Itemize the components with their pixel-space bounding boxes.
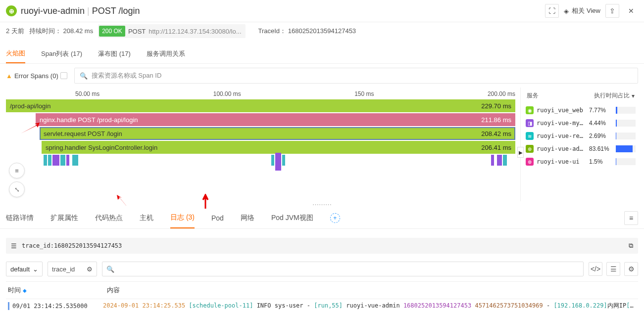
flame-block[interactable]: [48, 155, 51, 166]
tab-waterfall[interactable]: 瀑布图 (17): [98, 44, 131, 63]
btab-ext-attrs[interactable]: 扩展属性: [50, 207, 78, 228]
traceid-label: TraceId：: [258, 27, 287, 35]
log-filter-row: default ⌄ trace_id ⚙ 🔍 </> ☰ ⚙: [0, 260, 644, 281]
flame-block[interactable]: [44, 155, 47, 166]
col-content[interactable]: 内容: [107, 286, 636, 295]
tab-span-list[interactable]: Span列表 (17): [41, 44, 82, 63]
chevron-down-icon[interactable]: ▾: [632, 92, 635, 99]
app-icon: ⊕: [6, 5, 17, 16]
service-pct: 7.77%: [589, 107, 613, 114]
btab-network[interactable]: 网络: [241, 207, 254, 228]
trace-query-bar: ☰ trace_id:1680252013594127453 ⧉: [6, 238, 638, 254]
span-blocks: [44, 155, 510, 168]
menu-toggle-button[interactable]: ≡: [9, 163, 25, 178]
log-content-cell: 2024-09-01 23:14:25.535 [schedule-pool-1…: [103, 302, 636, 310]
filter-chip[interactable]: trace_id ⚙: [48, 262, 97, 276]
log-time: 09/01 23:14:25.535000: [12, 303, 88, 310]
collapse-button[interactable]: ⤡: [9, 181, 25, 197]
flame-block[interactable]: [60, 155, 65, 166]
btab-trace-detail[interactable]: 链路详情: [6, 207, 34, 228]
error-spans-checkbox[interactable]: [60, 72, 67, 79]
service-row[interactable]: ◉ ruoyi_vue_web 7.77%: [525, 104, 637, 117]
search-input[interactable]: 🔍 搜索资源名称或 Span ID: [74, 68, 638, 84]
code-view-icon[interactable]: </>: [589, 262, 602, 276]
duration-label: 持续时间：: [29, 27, 61, 35]
col-time[interactable]: 时间 ◆: [8, 286, 107, 295]
duration-area: 持续时间： 208.42 ms: [29, 27, 93, 36]
service-row[interactable]: ⊕ ruoyi-vue-ui 1.5%: [525, 155, 637, 168]
service-pct: 4.44%: [589, 120, 613, 127]
service-row[interactable]: ⊕ ruoyi-vue-ad... 83.61%: [525, 142, 637, 155]
tab-service-relation[interactable]: 服务调用关系: [147, 44, 185, 63]
fullscreen-icon[interactable]: ⛶: [545, 4, 559, 18]
chevron-down-icon: ⌄: [33, 266, 38, 273]
service-icon: ◨: [526, 119, 534, 127]
search-placeholder: 搜索资源名称或 Span ID: [92, 71, 162, 80]
log-row[interactable]: 09/01 23:14:25.535000 2024-09-01 23:14:2…: [6, 299, 638, 311]
row-marker: [8, 302, 9, 310]
time-axis: 50.00 ms 100.00 ms 150 ms 200.00 ms: [6, 88, 515, 99]
flame-block[interactable]: [503, 155, 507, 166]
log-ad: [admin...: [626, 302, 636, 309]
tab-flame[interactable]: 火焰图: [6, 44, 25, 63]
service-pct: 83.61%: [589, 145, 613, 152]
status-badge: 200 OK: [99, 26, 125, 37]
service-pct: 1.5%: [589, 158, 613, 165]
error-spans-toggle[interactable]: ▲ Error Spans (0): [6, 72, 67, 80]
flame-block[interactable]: [491, 155, 494, 166]
btab-jvm[interactable]: Pod JVM视图: [271, 207, 313, 228]
flame-block[interactable]: [66, 155, 69, 166]
log-sid: 4571462573751034969: [475, 302, 543, 309]
flame-block[interactable]: [497, 155, 502, 166]
service-row[interactable]: ≋ ruoyi-vue-re... 2.69%: [525, 130, 637, 142]
btab-pod[interactable]: Pod: [211, 207, 224, 228]
flame-block[interactable]: [72, 155, 78, 166]
btab-logs[interactable]: 日志 (3): [170, 207, 195, 228]
default-select[interactable]: default ⌄: [6, 262, 43, 276]
main-content: 50.00 ms 100.00 ms 150 ms 200.00 ms /pro…: [0, 88, 644, 201]
list-view-icon[interactable]: ☰: [606, 262, 620, 276]
select-label: default: [10, 266, 30, 273]
btab-host[interactable]: 主机: [140, 207, 153, 228]
btab-hotspots[interactable]: 代码热点: [95, 207, 123, 228]
flame-chart[interactable]: 50.00 ms 100.00 ms 150 ms 200.00 ms /pro…: [0, 88, 520, 201]
span-duration: 211.86 ms: [481, 116, 511, 124]
panel-collapse-arrow[interactable]: ▶: [517, 147, 524, 158]
span-label: servlet.request POST /login: [44, 130, 122, 137]
panel-settings-icon[interactable]: ≡: [624, 211, 638, 225]
flame-block[interactable]: [52, 155, 59, 166]
flame-block[interactable]: [282, 155, 285, 166]
service-bar: [616, 158, 636, 165]
sort-icon[interactable]: ◆: [23, 288, 27, 293]
flame-block[interactable]: [271, 155, 274, 166]
related-view-button[interactable]: ◈ 相关 View: [564, 6, 600, 15]
service-row[interactable]: ◨ ruoyi-vue-my... 4.44%: [525, 117, 637, 130]
export-icon[interactable]: ⇪: [605, 4, 619, 18]
gear-icon[interactable]: ⚙: [87, 266, 93, 273]
sub-header: 2 天前 持续时间： 208.42 ms 200 OK POST http://…: [0, 22, 644, 44]
service-icon: ⊕: [526, 145, 534, 153]
service-icon: ≋: [526, 132, 534, 140]
span-duration: 208.42 ms: [481, 130, 511, 137]
pill-method: POST: [128, 28, 146, 35]
span-bar-0[interactable]: /prod-api/login 229.70 ms: [6, 99, 515, 112]
header-title-area: ⊕ ruoyi-vue-admin | POST /login: [6, 5, 140, 16]
services-col-name: 服务: [527, 91, 539, 100]
span-bar-2-selected[interactable]: servlet.request POST /login 208.42 ms: [40, 127, 515, 140]
span-label: spring.handler SysLoginController.login: [46, 144, 157, 151]
header-bar: ⊕ ruoyi-vue-admin | POST /login ⛶ ◈ 相关 V…: [0, 0, 644, 22]
tick-3: 150 ms: [354, 90, 374, 97]
settings-icon[interactable]: ⚙: [624, 262, 638, 276]
span-label: nginx.handle POST /prod-api/login: [40, 116, 138, 124]
flame-block[interactable]: [275, 153, 281, 171]
service-bar: [616, 107, 636, 114]
service-bar: [616, 133, 636, 139]
resize-handle[interactable]: ⋯⋯⋯: [0, 201, 644, 207]
log-search-input[interactable]: 🔍: [102, 262, 584, 276]
span-bar-1[interactable]: nginx.handle POST /prod-api/login 211.86…: [36, 113, 515, 126]
add-tab-button[interactable]: +: [330, 213, 340, 223]
span-bar-3[interactable]: spring.handler SysLoginController.login …: [42, 141, 515, 154]
service-icon: ◉: [526, 106, 534, 114]
open-external-icon[interactable]: ⧉: [629, 242, 633, 250]
close-icon[interactable]: ✕: [624, 4, 638, 18]
